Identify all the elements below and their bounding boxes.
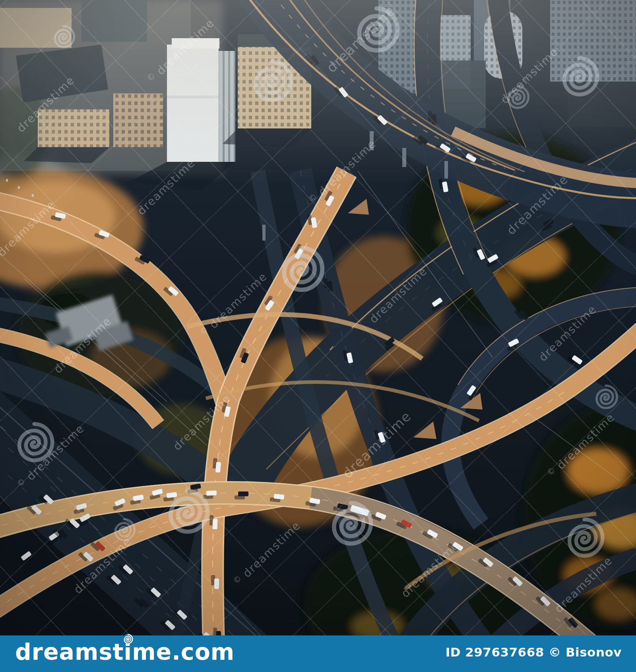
logo-text-post: me.com (132, 639, 235, 665)
stock-photo-page: dreamstime©dreamstimedreamstimedreamstim… (0, 0, 636, 672)
dreamstime-spiral-icon (123, 634, 133, 644)
aerial-highway-photo (0, 0, 636, 637)
vignette-overlay (0, 0, 636, 635)
dreamstime-logo[interactable]: dreamstime.com (15, 639, 235, 665)
logo-letter-i: i (124, 639, 132, 665)
image-id-credit: ID 297637668 © Bisonov (446, 645, 622, 659)
stock-footer-bar: dreamstime.com ID 297637668 © Bisonov (0, 635, 636, 672)
photo-canvas (0, 0, 636, 635)
logo-text-pre: dreamst (15, 639, 124, 665)
